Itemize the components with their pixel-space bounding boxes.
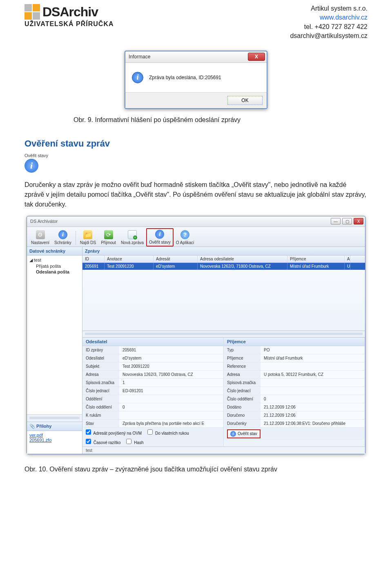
val-subjekt: Test 20091220 — [119, 362, 223, 370]
verify-state-button[interactable]: i Ověřit stav — [227, 429, 261, 438]
dialog-title: Informace — [129, 54, 150, 60]
toolbar-nova[interactable]: Nová zpráva — [118, 229, 146, 247]
toolbar-label: Najdi DS — [80, 240, 96, 245]
logo-block: DSArchiv UŽIVATELSKÁ PŘÍRUČKA — [24, 4, 114, 28]
section-heading: Ověření stavu zpráv — [24, 138, 368, 149]
val-doruceno: 21.12.2009 12:06 — [261, 411, 365, 419]
toolbar-label: Nová zpráva — [121, 240, 144, 245]
cell-adresat: eD'system — [154, 263, 198, 270]
company-email: dsarchiv@artikulsystem.cz — [290, 31, 368, 40]
ok-button[interactable]: OK — [227, 96, 263, 105]
cell-adresa-od: Novoveska 1262/3, 71800 Ostrava, CZ — [198, 263, 287, 270]
val-stav: Zpráva byla přečtena (na portále nebo ak… — [119, 420, 223, 427]
minimize-button[interactable]: — — [331, 218, 341, 224]
table-empty-area — [82, 270, 365, 331]
messages-h-scrollbar[interactable] — [82, 331, 365, 338]
app-window: DS Archivátor — ▢ X ⚙ Nastavení i Schrán… — [27, 216, 365, 454]
company-url[interactable]: www.dsarchiv.cz — [290, 13, 368, 22]
col-adresat[interactable]: Adresát — [154, 256, 198, 262]
sidebar-scrollbar[interactable] — [27, 414, 82, 422]
toolbar-prijmout[interactable]: ⟳ Přijmout — [98, 229, 118, 247]
val-spis: 1 — [119, 379, 223, 387]
lbl-spis-r: Spisová značka — [224, 379, 261, 387]
toolbar-about[interactable]: ? O Aplikaci — [174, 229, 196, 247]
toolbar-overit-stavy[interactable]: i Ověřit stavy — [146, 228, 174, 247]
info-icon: i — [58, 230, 67, 239]
logo-brand: DSArchiv — [42, 4, 98, 20]
val-adresa: Novoveska 1262/3, 71800 Ostrava, CZ — [119, 371, 223, 378]
info-icon[interactable]: i — [24, 159, 38, 173]
lbl-co-r: Číslo oddělení — [224, 395, 261, 403]
lbl-doruceno: Doručeno — [224, 411, 261, 419]
figure-caption-2: Obr. 10. Ověření stavu zpráv – zvýrazněn… — [24, 466, 368, 473]
close-button[interactable]: X — [248, 53, 265, 61]
toolbar-schranky[interactable]: i Schránky — [52, 229, 74, 247]
lbl-id-zpravy: ID zprávy — [82, 346, 119, 354]
figure-caption-1: Obr. 9. Informativní hlášení po úspěšném… — [74, 116, 368, 124]
sidebar-header-prilohy: 📎 Přílohy — [27, 422, 82, 431]
sender-header: Odesílatel — [82, 338, 223, 346]
col-a[interactable]: A — [345, 256, 350, 262]
chk-vlastni-ruce[interactable]: Do vlastních rukou — [147, 429, 189, 435]
sidebar-header-datove: Datové schránky — [27, 247, 82, 256]
doc-subtitle: UŽIVATELSKÁ PŘÍRUČKA — [24, 20, 114, 28]
tree-root[interactable]: ◢ test — [29, 257, 80, 263]
toolbar: ⚙ Nastavení i Schránky 📁 Najdi DS ⟳ Přij… — [27, 227, 365, 247]
receiver-header: Příjemce — [224, 338, 365, 346]
lbl-dodano: Dodáno — [224, 403, 261, 411]
col-prijemce[interactable]: Příjemce — [287, 256, 345, 262]
chk-hash[interactable]: Hash — [126, 439, 143, 445]
cell-a: U — [345, 263, 350, 270]
lbl-reference: Reference — [224, 362, 261, 370]
val-cj: ED-091201 — [119, 387, 223, 395]
close-button[interactable]: X — [354, 218, 363, 224]
lbl-adresa: Adresa — [82, 371, 119, 378]
lbl-spis: Spisová značka — [82, 379, 119, 387]
lbl-adresa-r: Adresa — [224, 371, 261, 378]
val-odesilatel: eD'system — [119, 354, 223, 362]
maximize-button[interactable]: ▢ — [342, 218, 352, 224]
lbl-stav: Stav — [82, 420, 119, 427]
dialog-message: Zpráva byla odeslána, ID:205691 — [149, 75, 221, 80]
lbl-k-rukam: K rukám — [82, 411, 119, 419]
chk-casove-razitko[interactable]: Časové razítko — [86, 439, 120, 445]
cell-id: 205691 — [82, 263, 105, 270]
toolbar-najdi[interactable]: 📁 Najdi DS — [78, 229, 98, 247]
attachment-link[interactable]: 205691.zfo — [29, 438, 80, 442]
val-dorucenky: 21.12.2009 12:06:38:EV1: Doručeno přihlá… — [261, 420, 365, 427]
info-icon: i — [132, 72, 143, 83]
main-pane: Zprávy ID Anotace Adresát Adresa odesíla… — [82, 247, 365, 454]
val-cislo-odd: 0 — [119, 403, 223, 411]
val-spis-r — [261, 379, 365, 387]
cell-prijemce: Místní úřad Frumburk — [287, 263, 345, 270]
chk-ovm[interactable]: Adresát povýšený na OVM — [86, 429, 142, 435]
col-adresa-od[interactable]: Adresa odesílatele — [198, 256, 287, 262]
toolbar-nastaveni[interactable]: ⚙ Nastavení — [29, 229, 52, 247]
verify-toolbar-icon-excerpt: Ověřit stavy i — [24, 153, 368, 173]
question-icon: ? — [180, 230, 189, 239]
new-doc-icon — [128, 230, 137, 239]
verify-state-label: Ověřit stav — [238, 431, 257, 436]
sidebar: Datové schránky ◢ test Přijatá pošta Ode… — [27, 247, 82, 454]
folder-search-icon: 📁 — [83, 230, 92, 239]
lbl-odesilatel: Odesílatel — [82, 354, 119, 362]
attachments-list: ver.pdf 205691.zfo — [27, 431, 82, 454]
tree-sent[interactable]: Odeslaná pošta — [29, 269, 80, 275]
messages-columns: ID Anotace Adresát Adresa odesílatele Př… — [82, 256, 365, 263]
company-contact: Artikul system s.r.o. www.dsarchiv.cz te… — [290, 4, 368, 41]
toolbar-label: Ověřit stavy — [149, 240, 171, 244]
col-id[interactable]: ID — [82, 256, 105, 262]
table-row[interactable]: 205691 Test 20091220 eD'system Novoveska… — [82, 263, 365, 270]
refresh-icon: ⟳ — [104, 230, 113, 239]
val-dodano: 21.12.2009 12:06 — [261, 403, 365, 411]
val-co-r: 0 — [261, 395, 365, 403]
attachment-link[interactable]: ver.pdf — [29, 433, 80, 438]
mailbox-tree[interactable]: ◢ test Přijatá pošta Odeslaná pošta — [27, 256, 82, 414]
messages-header: Zprávy — [82, 247, 365, 256]
tree-inbox[interactable]: Přijatá pošta — [29, 263, 80, 269]
company-name: Artikul system s.r.o. — [290, 4, 368, 13]
val-k-rukam — [119, 411, 223, 419]
cell-anotace: Test 20091220 — [105, 263, 154, 270]
col-anotace[interactable]: Anotace — [105, 256, 154, 262]
lbl-oddeleni: Oddělení — [82, 395, 119, 403]
